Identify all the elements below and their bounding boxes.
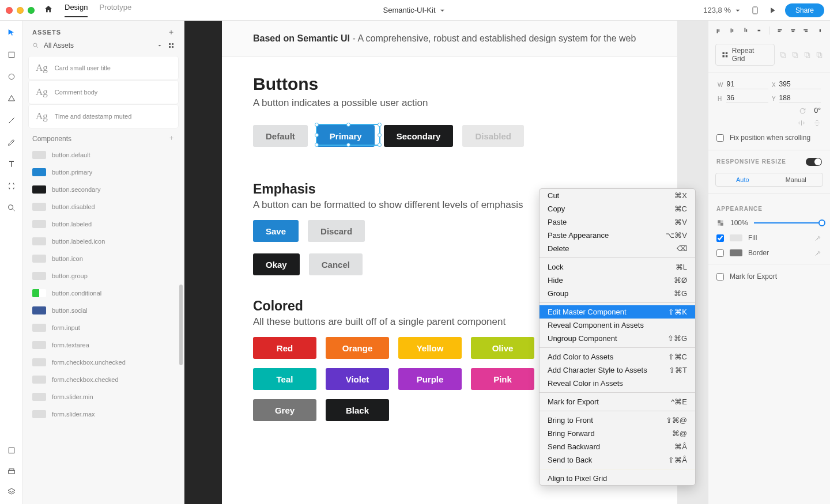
resize-auto[interactable]: Auto xyxy=(716,173,769,186)
rotation-value[interactable]: 0° xyxy=(814,107,821,115)
context-menu-item[interactable]: Send to Back⇧⌘Å xyxy=(540,453,695,467)
boolean-subtract-icon[interactable] xyxy=(791,51,799,59)
add-asset-icon[interactable] xyxy=(168,29,175,36)
colored-button[interactable]: Yellow xyxy=(398,337,462,359)
home-icon[interactable] xyxy=(44,5,53,16)
minimize-window-icon[interactable] xyxy=(17,7,24,14)
component-item[interactable]: button.secondary xyxy=(29,181,178,198)
context-menu-item[interactable]: Edit Master Component⇧⌘K xyxy=(540,305,695,319)
boolean-add-icon[interactable] xyxy=(779,51,787,59)
distribute-v-icon[interactable] xyxy=(755,26,763,35)
mark-export-row[interactable]: Mark for Export xyxy=(708,268,830,285)
flip-h-icon[interactable] xyxy=(798,119,805,127)
border-row[interactable]: Border xyxy=(708,245,830,260)
colored-button[interactable]: Grey xyxy=(253,399,316,421)
context-menu-item[interactable]: Reveal Component in Assets xyxy=(540,319,695,332)
add-component-icon[interactable] xyxy=(168,135,175,141)
context-menu-item[interactable]: Copy⌘C xyxy=(540,202,695,215)
mark-export-checkbox[interactable] xyxy=(716,273,724,281)
rectangle-tool-icon[interactable] xyxy=(6,50,17,60)
distribute-h-icon[interactable] xyxy=(816,26,824,35)
align-left-icon[interactable] xyxy=(775,26,783,35)
opacity-slider[interactable] xyxy=(754,222,822,223)
component-item[interactable]: button.default xyxy=(29,146,178,164)
context-menu-item[interactable]: Add Color to Assets⇧⌘C xyxy=(540,350,695,363)
assets-panel-icon[interactable] xyxy=(6,445,17,456)
component-item[interactable]: button.icon xyxy=(29,250,178,267)
fullscreen-window-icon[interactable] xyxy=(28,7,35,14)
rotate-icon[interactable] xyxy=(799,107,806,115)
close-window-icon[interactable] xyxy=(6,7,13,14)
context-menu-item[interactable]: Paste⌘V xyxy=(540,215,695,229)
context-menu-item[interactable]: Align to Pixel Grid xyxy=(540,472,695,485)
eyedropper-icon[interactable] xyxy=(814,249,822,257)
canvas[interactable]: Based on Semantic UI - A comprehensive, … xyxy=(184,21,708,504)
play-icon[interactable] xyxy=(768,6,777,15)
context-menu-item[interactable]: Bring to Front⇧⌘@ xyxy=(540,414,695,427)
text-style-item[interactable]: AgTime and datestamp muted xyxy=(29,105,178,128)
text-tool-icon[interactable] xyxy=(6,159,17,169)
plugins-icon[interactable] xyxy=(6,487,17,497)
colored-button[interactable]: Pink xyxy=(471,368,534,390)
colored-button[interactable]: Orange xyxy=(326,337,389,359)
component-item[interactable]: button.labeled xyxy=(29,215,178,233)
boolean-exclude-icon[interactable] xyxy=(816,51,823,59)
colored-button[interactable]: Teal xyxy=(253,368,316,390)
select-tool-icon[interactable] xyxy=(6,28,17,38)
colored-button[interactable]: Purple xyxy=(398,368,462,390)
context-menu-item[interactable]: Paste Appearance⌥⌘V xyxy=(540,229,695,242)
zoom-tool-icon[interactable] xyxy=(6,203,17,213)
flip-v-icon[interactable] xyxy=(813,119,821,127)
context-menu-item[interactable]: Ungroup Component⇧⌘G xyxy=(540,332,695,345)
colored-button[interactable]: Olive xyxy=(471,337,534,359)
eyedropper-icon[interactable] xyxy=(814,234,822,242)
button-okay[interactable]: Okay xyxy=(253,253,300,275)
tab-design[interactable]: Design xyxy=(65,3,88,17)
grid-view-icon[interactable] xyxy=(168,42,175,49)
zoom-display[interactable]: 123,8 % xyxy=(703,6,742,15)
align-right-icon[interactable] xyxy=(802,26,810,35)
x-value[interactable]: 395 xyxy=(779,80,821,89)
context-menu-item[interactable]: Add Character Style to Assets⇧⌘T xyxy=(540,363,695,377)
context-menu-item[interactable]: Hide⌘Ø xyxy=(540,274,695,287)
layers-panel-icon[interactable] xyxy=(6,466,17,476)
line-tool-icon[interactable] xyxy=(6,115,17,126)
button-default[interactable]: Default xyxy=(253,125,308,147)
share-button[interactable]: Share xyxy=(785,3,824,17)
scrollbar-thumb[interactable] xyxy=(179,285,183,365)
colored-button[interactable]: Black xyxy=(326,399,389,421)
align-vcenter-icon[interactable] xyxy=(728,26,736,35)
button-cancel[interactable]: Cancel xyxy=(309,253,363,275)
fill-row[interactable]: Fill xyxy=(708,230,830,245)
repeat-grid-button[interactable]: Repeat Grid xyxy=(715,44,775,66)
tab-prototype[interactable]: Prototype xyxy=(99,3,131,17)
context-menu[interactable]: Cut⌘XCopy⌘CPaste⌘VPaste Appearance⌥⌘VDel… xyxy=(539,188,696,486)
boolean-intersect-icon[interactable] xyxy=(803,51,811,59)
document-title[interactable]: Semantic-UI-Kit xyxy=(383,6,447,15)
border-swatch[interactable] xyxy=(730,249,742,256)
text-style-item[interactable]: AgCard small user title xyxy=(29,56,178,79)
component-item[interactable]: button.group xyxy=(29,267,178,285)
component-item[interactable]: form.checkbox.unchecked xyxy=(29,354,178,371)
context-menu-item[interactable]: Cut⌘X xyxy=(540,189,695,202)
context-menu-item[interactable]: Delete⌫ xyxy=(540,242,695,255)
component-item[interactable]: form.checkbox.checked xyxy=(29,371,178,388)
context-menu-item[interactable]: Group⌘G xyxy=(540,287,695,300)
pen-tool-icon[interactable] xyxy=(6,137,17,147)
text-style-item[interactable]: AgComment body xyxy=(29,81,178,104)
responsive-resize-toggle[interactable] xyxy=(806,158,822,166)
align-hcenter-icon[interactable] xyxy=(789,26,797,35)
ellipse-tool-icon[interactable] xyxy=(6,71,17,82)
fix-position-checkbox[interactable] xyxy=(716,134,724,142)
opacity-value[interactable]: 100% xyxy=(730,219,748,227)
fill-checkbox[interactable] xyxy=(716,234,724,242)
button-secondary[interactable]: Secondary xyxy=(384,125,454,147)
component-item[interactable]: button.primary xyxy=(29,164,178,181)
colored-button[interactable]: Red xyxy=(253,337,316,359)
component-item[interactable]: form.slider.min xyxy=(29,388,178,406)
device-preview-icon[interactable] xyxy=(750,6,760,15)
fix-position-row[interactable]: Fix position when scrolling xyxy=(708,129,830,146)
component-item[interactable]: form.slider.max xyxy=(29,406,178,423)
artboard-tool-icon[interactable] xyxy=(6,181,17,191)
border-checkbox[interactable] xyxy=(716,249,724,257)
